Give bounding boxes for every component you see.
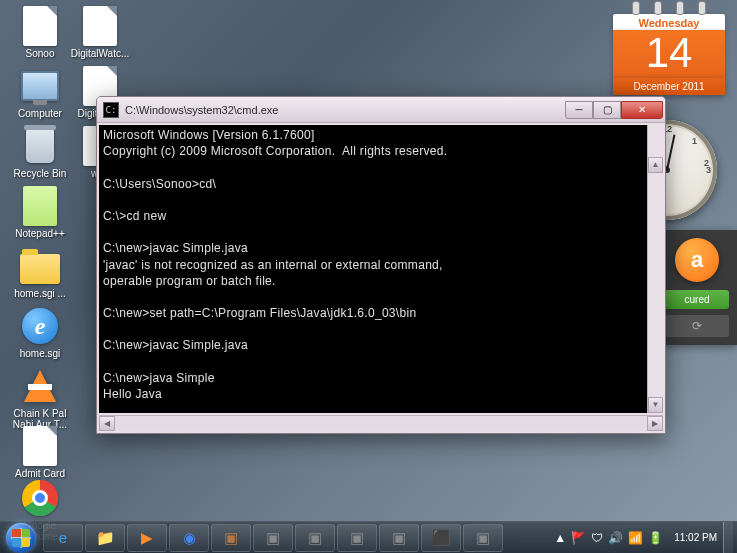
tray-clock[interactable]: 11:02 PM bbox=[674, 532, 717, 543]
npp-icon bbox=[20, 186, 60, 226]
desktop-icon-computer[interactable]: Computer bbox=[10, 66, 70, 119]
calendar-rings bbox=[613, 4, 725, 14]
computer-icon bbox=[20, 66, 60, 106]
taskbar-item-app5[interactable]: ▣ bbox=[379, 524, 419, 552]
explorer-icon: 📁 bbox=[96, 529, 115, 547]
scroll-up-button[interactable]: ▲ bbox=[648, 157, 663, 173]
clock-3: 3 bbox=[706, 165, 711, 175]
taskbar-item-explorer[interactable]: 📁 bbox=[85, 524, 125, 552]
file-icon bbox=[80, 6, 120, 46]
calendar-weekday: Wednesday bbox=[613, 14, 725, 30]
ie-icon: e bbox=[59, 529, 67, 546]
desktop-icon-admitcard[interactable]: Admit Card bbox=[10, 426, 70, 479]
tray-icon-2[interactable]: 🛡 bbox=[591, 531, 603, 545]
icon-label: Recycle Bin bbox=[10, 168, 70, 179]
desktop-icon-homesgi[interactable]: home.sgi ... bbox=[10, 246, 70, 299]
icon-label: home.sgi bbox=[10, 348, 70, 359]
icon-label: Sonoo bbox=[10, 48, 70, 59]
app5-icon: ▣ bbox=[392, 529, 406, 547]
app4-icon: ▣ bbox=[350, 529, 364, 547]
icon-label: DigitalWatc... bbox=[70, 48, 130, 59]
desktop-icon-chainkpal[interactable]: Chain K Pal Nahi Aur T... bbox=[10, 366, 70, 430]
window-controls: ─ ▢ ✕ bbox=[565, 101, 663, 119]
taskbar-item-app6[interactable]: ▣ bbox=[463, 524, 503, 552]
tray-icon-1[interactable]: 🚩 bbox=[571, 531, 586, 545]
bin-icon bbox=[20, 126, 60, 166]
maximize-button[interactable]: ▢ bbox=[593, 101, 621, 119]
cmd-window[interactable]: C: C:\Windows\system32\cmd.exe ─ ▢ ✕ Mic… bbox=[96, 96, 666, 434]
wmp-icon: ▶ bbox=[141, 529, 153, 547]
desktop-icon-digitalwatch[interactable]: DigitalWatc... bbox=[70, 6, 130, 59]
chrome-icon bbox=[20, 478, 60, 518]
desktop-icon-homesgi2[interactable]: home.sgi bbox=[10, 306, 70, 359]
scroll-right-button[interactable]: ▶ bbox=[647, 416, 663, 431]
scroll-track[interactable] bbox=[115, 416, 647, 431]
horizontal-scrollbar[interactable]: ◀ ▶ bbox=[99, 415, 663, 431]
folder-icon bbox=[20, 246, 60, 286]
tray-icon-4[interactable]: 📶 bbox=[628, 531, 643, 545]
tray-icon-5[interactable]: 🔋 bbox=[648, 531, 663, 545]
avast-gadget[interactable]: a cured ⟳ bbox=[657, 230, 737, 345]
app6-icon: ▣ bbox=[476, 529, 490, 547]
taskbar-item-app3[interactable]: ▣ bbox=[295, 524, 335, 552]
icon-label: home.sgi ... bbox=[10, 288, 70, 299]
taskbar-item-app2[interactable]: ▣ bbox=[253, 524, 293, 552]
taskbar-item-cmd[interactable]: ⬛ bbox=[421, 524, 461, 552]
tray-icon-3[interactable]: 🔊 bbox=[608, 531, 623, 545]
scroll-left-button[interactable]: ◀ bbox=[99, 416, 115, 431]
chrome-icon: ◉ bbox=[183, 529, 196, 547]
icon-label: Computer bbox=[10, 108, 70, 119]
cmd-output[interactable]: Microsoft Windows [Version 6.1.7600] Cop… bbox=[99, 125, 663, 413]
system-tray[interactable]: ▲🚩🛡🔊📶🔋 11:02 PM bbox=[548, 531, 723, 545]
close-button[interactable]: ✕ bbox=[621, 101, 663, 119]
show-desktop-button[interactable] bbox=[723, 522, 733, 554]
app1-icon: ▣ bbox=[224, 529, 238, 547]
file-icon bbox=[20, 426, 60, 466]
file-icon bbox=[20, 6, 60, 46]
avast-logo-icon: a bbox=[675, 238, 719, 282]
vlc-icon bbox=[20, 366, 60, 406]
cmd-titlebar[interactable]: C: C:\Windows\system32\cmd.exe ─ ▢ ✕ bbox=[97, 97, 665, 123]
clock-1: 1 bbox=[692, 136, 697, 146]
taskbar-item-ie[interactable]: e bbox=[43, 524, 83, 552]
windows-orb-icon bbox=[6, 523, 36, 553]
minimize-button[interactable]: ─ bbox=[565, 101, 593, 119]
avast-status-button[interactable]: cured bbox=[665, 290, 729, 309]
taskbar[interactable]: e📁▶◉▣▣▣▣▣⬛▣ ▲🚩🛡🔊📶🔋 11:02 PM bbox=[0, 521, 737, 553]
icon-label: Notepad++ bbox=[10, 228, 70, 239]
minute-hand bbox=[666, 135, 675, 171]
taskbar-item-chrome[interactable]: ◉ bbox=[169, 524, 209, 552]
tray-icon-0[interactable]: ▲ bbox=[554, 531, 566, 545]
taskbar-item-app1[interactable]: ▣ bbox=[211, 524, 251, 552]
app3-icon: ▣ bbox=[308, 529, 322, 547]
desktop-icon-sonoo[interactable]: Sonoo bbox=[10, 6, 70, 59]
ie-icon bbox=[20, 306, 60, 346]
calendar-day: 14 bbox=[613, 30, 725, 78]
desktop-icon-recyclebin[interactable]: Recycle Bin bbox=[10, 126, 70, 179]
cmd-icon: C: bbox=[103, 102, 119, 118]
app2-icon: ▣ bbox=[266, 529, 280, 547]
vertical-scrollbar[interactable]: ▲ ▼ bbox=[647, 125, 663, 413]
scroll-down-button[interactable]: ▼ bbox=[648, 397, 663, 413]
desktop-icon-notepadpp[interactable]: Notepad++ bbox=[10, 186, 70, 239]
cmd-title: C:\Windows\system32\cmd.exe bbox=[125, 104, 565, 116]
taskbar-items: e📁▶◉▣▣▣▣▣⬛▣ bbox=[42, 524, 504, 552]
taskbar-item-app4[interactable]: ▣ bbox=[337, 524, 377, 552]
taskbar-item-wmp[interactable]: ▶ bbox=[127, 524, 167, 552]
cmd-icon: ⬛ bbox=[432, 529, 451, 547]
calendar-monthyear: December 2011 bbox=[613, 78, 725, 95]
avast-refresh-button[interactable]: ⟳ bbox=[665, 315, 729, 337]
calendar-gadget[interactable]: Wednesday 14 December 2011 bbox=[613, 4, 725, 95]
start-button[interactable] bbox=[0, 522, 42, 554]
